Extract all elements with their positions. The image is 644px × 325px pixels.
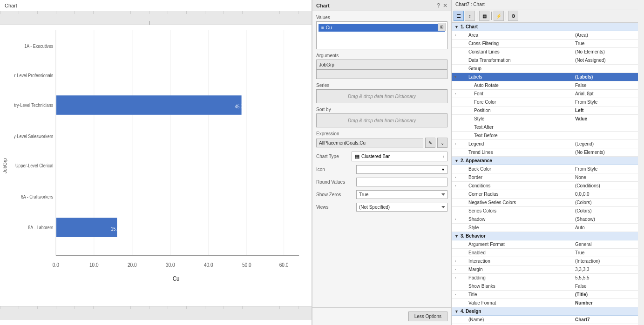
help-icon[interactable]: ? — [437, 2, 440, 9]
prop-cr-value: 0,0,0,0 — [573, 191, 638, 198]
arguments-input[interactable] — [316, 60, 447, 70]
props-toolbar-btn-1[interactable]: ☰ — [454, 11, 464, 21]
svg-text:40.0: 40.0 — [204, 262, 213, 268]
show-zeros-select[interactable]: True False — [356, 190, 447, 199]
dialog-header: Chart ? ✕ — [312, 0, 451, 11]
prop-font-value: Arial, 8pt — [573, 90, 638, 97]
section-appearance-title: 2. Appearance — [461, 158, 492, 163]
prop-nc-name: Negative Series Colors — [459, 199, 573, 206]
prop-group-name: Group — [459, 65, 573, 72]
prop-labels[interactable]: ▼ Labels (Labels) — [452, 73, 638, 81]
prop-fc-value: From Style — [573, 99, 638, 106]
prop-shadow-expand[interactable]: › — [452, 217, 459, 221]
values-toolbar-btn[interactable]: ⊞ — [438, 23, 446, 31]
round-values-row: Round Values — [316, 178, 447, 186]
prop-margin-name: Margin — [459, 266, 573, 273]
prop-labels-expand[interactable]: ▼ — [452, 75, 459, 79]
expression-input[interactable] — [316, 139, 423, 147]
props-toolbar-btn-5[interactable]: ⚙ — [508, 11, 518, 21]
round-values-label: Round Values — [316, 179, 353, 185]
prop-interaction: › Interaction (Interaction) — [452, 257, 638, 265]
prop-tl-value: (No Elements) — [573, 149, 638, 156]
prop-enabled: Enabled True — [452, 249, 638, 257]
section-behavior-title: 3. Behavior — [461, 233, 486, 239]
prop-cl-value: (No Elements) — [573, 48, 638, 55]
prop-padding-expand[interactable]: › — [452, 276, 459, 280]
section-design-header[interactable]: ▼ 4. Design — [452, 307, 638, 316]
less-options-button[interactable]: Less Options — [408, 312, 447, 321]
value-item-text: Cu — [326, 25, 332, 30]
values-toolbar: ⊞ — [438, 23, 446, 31]
prop-bc-name: Back Color — [459, 166, 573, 172]
value-item-icon: ≡ — [321, 25, 324, 30]
prop-fore-color: Fore Color From Style — [452, 98, 638, 106]
props-toolbar-btn-4[interactable]: ⚡ — [494, 11, 504, 21]
prop-font-expand[interactable]: › — [452, 92, 459, 96]
svg-text:3B - Entry-Level Technicians: 3B - Entry-Level Technicians — [14, 102, 53, 108]
prop-area-expand[interactable]: › — [452, 33, 459, 37]
value-item[interactable]: ≡ Cu — [319, 24, 445, 32]
prop-legend: › Legend (Legend) — [452, 140, 638, 148]
prop-legend-expand[interactable]: › — [452, 142, 459, 146]
section-behavior-header[interactable]: ▼ 3. Behavior — [452, 232, 638, 240]
values-section: Values ⊞ ≡ Cu — [316, 15, 447, 49]
show-zeros-label: Show Zeros — [316, 192, 353, 197]
expression-row: ✎ ⌄ — [316, 138, 447, 148]
prop-af-name: Argument Format — [459, 241, 573, 248]
svg-text:2A - Upper-Level Professionals: 2A - Upper-Level Professionals — [14, 73, 53, 79]
expression-expand-btn[interactable]: ⌄ — [437, 138, 447, 148]
series-drop-box[interactable]: Drag & drop data from Dictionary — [316, 89, 447, 103]
prop-style2-name: Style — [459, 224, 573, 231]
icon-row: Icon ▾ — [316, 165, 447, 174]
series-label: Series — [316, 83, 447, 88]
prop-legend-value: (Legend) — [573, 140, 638, 147]
props-toolbar-sep-2 — [491, 12, 492, 20]
prop-title-name: Title — [459, 291, 573, 298]
close-icon[interactable]: ✕ — [443, 2, 447, 9]
prop-group: Group — [452, 65, 638, 73]
prop-name-value: Chart7 — [573, 316, 638, 323]
props-toolbar-sep-3 — [506, 12, 506, 20]
prop-area-value: (Area) — [573, 32, 638, 39]
prop-text-after: Text After — [452, 123, 638, 132]
chart-type-selector[interactable]: ▦ Clustered Bar › — [352, 152, 447, 161]
prop-style: Style Value — [452, 115, 638, 123]
prop-int-value: (Interaction) — [573, 258, 638, 265]
svg-text:1A - Executives: 1A - Executives — [24, 43, 53, 49]
section-chart-header[interactable]: ▼ 1. Chart — [452, 23, 638, 31]
chart-type-value: Clustered Bar — [361, 154, 390, 159]
prop-text-before: Text Before — [452, 132, 638, 140]
prop-title-value: (Title) — [573, 291, 638, 298]
sort-by-drop-box[interactable]: Drag & drop data from Dictionary — [316, 113, 447, 127]
views-select[interactable]: (Not Specified) — [356, 203, 447, 212]
props-toolbar-btn-2[interactable]: ↕ — [465, 11, 475, 21]
prop-int-expand[interactable]: › — [452, 259, 459, 263]
prop-margin-value: 3,3,3,3 — [573, 266, 638, 273]
arguments-section: Arguments — [316, 53, 447, 79]
prop-value-format: Value Format Number — [452, 299, 638, 307]
prop-title-expand[interactable]: › — [452, 292, 459, 297]
section-chart-toggle: ▼ — [454, 25, 459, 29]
prop-margin-expand[interactable]: › — [452, 267, 459, 272]
round-values-input[interactable] — [356, 178, 447, 186]
prop-cond-expand[interactable]: › — [452, 184, 459, 188]
svg-text:4C - Entry-Level Salesworkers: 4C - Entry-Level Salesworkers — [14, 133, 53, 139]
prop-shadow: › Shadow (Shadow) — [452, 215, 638, 224]
expression-section: Expression ✎ ⌄ — [316, 131, 447, 148]
expression-label: Expression — [316, 131, 447, 136]
series-section: Series Drag & drop data from Dictionary — [316, 83, 447, 103]
svg-text:6A - Craftworkers: 6A - Craftworkers — [21, 194, 53, 199]
prop-enabled-value: True — [573, 249, 638, 256]
section-appearance-header[interactable]: ▼ 2. Appearance — [452, 157, 638, 165]
prop-border-expand[interactable]: › — [452, 175, 459, 179]
section-appearance-toggle: ▼ — [454, 159, 459, 163]
prop-corner-radius: Corner Radius 0,0,0,0 — [452, 190, 638, 199]
svg-text:60.0: 60.0 — [279, 262, 289, 268]
icon-select-box[interactable]: ▾ — [356, 165, 447, 174]
prop-labels-value: (Labels) — [573, 73, 638, 80]
props-toolbar-btn-3[interactable]: ▦ — [479, 11, 489, 21]
prop-tl-name: Trend Lines — [459, 149, 573, 156]
prop-cf-value: True — [573, 40, 638, 47]
properties-panel: Chart7 : Chart ☰ ↕ ▦ ⚡ ⚙ ▼ 1. Chart › Ar… — [452, 0, 638, 325]
expression-edit-btn[interactable]: ✎ — [425, 138, 435, 148]
